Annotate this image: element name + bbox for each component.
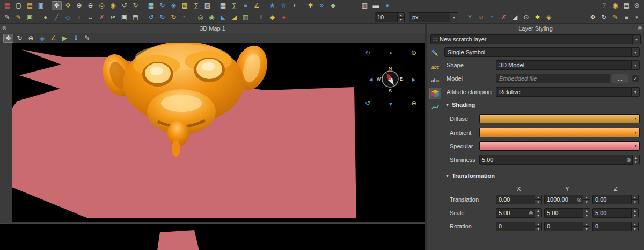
- zoom-last-icon[interactable]: ↺: [119, 1, 129, 10]
- move-left-icon[interactable]: ◀: [366, 75, 376, 84]
- spin-down-icon[interactable]: ▾: [583, 199, 590, 204]
- toggle-editing-icon[interactable]: ✎: [13, 13, 24, 22]
- spin-down-icon[interactable]: ▾: [535, 199, 541, 204]
- python-console-icon[interactable]: »: [317, 1, 327, 10]
- model-file-input[interactable]: Embedded file: [496, 74, 610, 83]
- tab-history[interactable]: [429, 101, 441, 113]
- tab-symbology[interactable]: [429, 47, 441, 59]
- play-animation-icon[interactable]: ▶: [60, 34, 70, 43]
- vertex-tool-icon[interactable]: +: [74, 13, 84, 22]
- spin-down-icon[interactable]: ▾: [632, 199, 638, 204]
- spin-down-icon[interactable]: ▾: [583, 226, 590, 231]
- ambient-color-button[interactable]: ▾: [479, 128, 640, 137]
- plugin-manager-icon[interactable]: ◆: [328, 1, 338, 10]
- camera-pan-icon[interactable]: ✥: [3, 34, 13, 43]
- specular-color-button[interactable]: ▾: [479, 141, 640, 151]
- map3d-canvas[interactable]: ↻ ▲ ⊕ N S W E ◀ ▶ ↺ ▼ ⊖: [12, 43, 425, 222]
- new-bookmark-icon[interactable]: ★: [267, 1, 277, 10]
- shininess-spinbox[interactable]: 5.00 ⊗ ▴ ▾: [479, 155, 640, 165]
- digitize-with-curve-icon[interactable]: ●: [279, 13, 289, 22]
- spin-up-icon[interactable]: ▴: [632, 195, 638, 199]
- rotate-label-icon[interactable]: ↻: [599, 13, 609, 22]
- current-edits-icon[interactable]: ✎: [2, 13, 12, 22]
- scale-y-spinbox[interactable]: 5.00 ⊗ ▴ ▾: [544, 208, 590, 218]
- message-log-icon[interactable]: ▤: [621, 1, 632, 10]
- rotate-feature-icon[interactable]: ↻: [169, 13, 179, 22]
- spin-up-icon[interactable]: ▴: [633, 155, 639, 160]
- change-label-icon[interactable]: ✎: [610, 13, 620, 22]
- digitize-point-icon[interactable]: ●: [40, 13, 50, 22]
- copy-features-icon[interactable]: ▣: [119, 13, 129, 22]
- transformation-group-header[interactable]: ▼ Transformation: [445, 173, 495, 179]
- save-layer-edits-icon[interactable]: ▣: [25, 13, 35, 22]
- add-ring-icon[interactable]: ◎: [195, 13, 206, 22]
- shape-select[interactable]: 3D Model ▾: [496, 60, 640, 70]
- new-3d-map-view-icon[interactable]: ▦: [146, 1, 156, 10]
- spin-down-icon[interactable]: ▾: [633, 160, 639, 165]
- open-project-icon[interactable]: ▤: [25, 1, 35, 10]
- spin-up-icon[interactable]: ▴: [535, 209, 541, 213]
- open-data-source-icon[interactable]: ▦: [2, 1, 12, 10]
- simplify-feature-icon[interactable]: ≈: [180, 13, 190, 22]
- spin-down-icon[interactable]: ▾: [583, 213, 590, 218]
- spin-down-icon[interactable]: ▾: [535, 213, 541, 218]
- spin-up-icon[interactable]: ▴: [632, 209, 638, 213]
- diffuse-color-button[interactable]: ▾: [479, 114, 640, 123]
- spin-up-icon[interactable]: ▴: [583, 222, 590, 226]
- move-down-icon[interactable]: ▼: [386, 100, 396, 109]
- translation-z-spinbox[interactable]: 0.00 ⊗ ▴ ▾: [592, 195, 639, 204]
- statistical-summary-icon[interactable]: ≡: [240, 1, 251, 10]
- new-project-icon[interactable]: ▢: [13, 1, 24, 10]
- digitize-polygon-icon[interactable]: ◇: [63, 13, 73, 22]
- digitize-line-icon[interactable]: ╱: [52, 13, 62, 22]
- tab-3d-view[interactable]: [429, 88, 441, 99]
- altitude-clamping-select[interactable]: Relative ▾: [496, 87, 640, 97]
- pan-map-icon[interactable]: ✥: [52, 1, 62, 10]
- delete-selected-icon[interactable]: ✗: [97, 13, 107, 22]
- help-icon[interactable]: ?: [599, 1, 609, 10]
- style-manager-icon[interactable]: ▥: [360, 1, 370, 10]
- spin-up-icon[interactable]: ▴: [583, 209, 590, 213]
- rotation-z-spinbox[interactable]: 0 ⊗ ▴ ▾: [592, 222, 639, 231]
- spin-up-icon[interactable]: ▴: [632, 222, 638, 226]
- user-profile-icon[interactable]: ◉: [610, 1, 620, 10]
- reshape-features-icon[interactable]: ◣: [218, 13, 228, 22]
- layer-select[interactable]: ∷ New scratch layer ▾: [430, 34, 641, 44]
- identify-icon[interactable]: ◈: [37, 34, 47, 43]
- save-as-image-icon[interactable]: ⇓: [71, 34, 81, 43]
- shading-group-header[interactable]: ▼ Shading: [445, 102, 475, 108]
- stroke-unit-select[interactable]: px ▾: [409, 12, 458, 22]
- embed-model-checkbox[interactable]: ✓: [632, 75, 639, 82]
- add-part-icon[interactable]: ◉: [207, 13, 217, 22]
- layout-manager-icon[interactable]: ▬: [371, 1, 381, 10]
- spin-up-icon[interactable]: ▴: [583, 195, 590, 199]
- redo-icon[interactable]: ↻: [157, 13, 167, 22]
- spin-up-icon[interactable]: ▴: [535, 195, 541, 199]
- tab-callouts[interactable]: abc: [429, 74, 441, 86]
- zoom-out-icon[interactable]: ⊖: [85, 1, 96, 10]
- move-feature-icon[interactable]: ↔: [85, 13, 96, 22]
- zoom-to-selection-icon[interactable]: ◉: [108, 1, 118, 10]
- translation-y-spinbox[interactable]: 1000.00 ⊗ ▴ ▾: [544, 195, 590, 204]
- zoom-in-icon[interactable]: ⊕: [74, 1, 84, 10]
- tab-labels[interactable]: abc: [429, 61, 441, 73]
- marker-annotation-icon[interactable]: ◆: [267, 13, 277, 22]
- clear-icon[interactable]: ⊗: [576, 196, 583, 203]
- merge-features-icon[interactable]: ▥: [240, 13, 251, 22]
- spin-down-icon[interactable]: ▾: [398, 17, 404, 22]
- zoom-to-feature-icon[interactable]: ⊙: [521, 13, 531, 22]
- zoom-in-icon[interactable]: ⊕: [409, 48, 419, 57]
- compass[interactable]: N S W E: [375, 64, 405, 94]
- scale-x-spinbox[interactable]: 5.00 ⊗ ▴ ▾: [496, 208, 542, 218]
- spin-down-icon[interactable]: ▾: [632, 226, 638, 231]
- spin-up-icon[interactable]: ▴: [398, 13, 404, 17]
- styling-dock-close-icon[interactable]: ⊗: [635, 25, 644, 32]
- move-label-icon[interactable]: ✥: [588, 13, 598, 22]
- zoom-full-icon[interactable]: ◎: [97, 1, 107, 10]
- rotation-y-spinbox[interactable]: 0 ⊗ ▴ ▾: [544, 222, 590, 231]
- rotation-x-spinbox[interactable]: 0 ⊗ ▴ ▾: [496, 222, 542, 231]
- translation-x-spinbox[interactable]: 0.00 ⊗ ▴ ▾: [496, 195, 542, 204]
- split-features-icon[interactable]: ◢: [229, 13, 239, 22]
- tilt-up-icon[interactable]: ↻: [363, 48, 372, 57]
- measure-line-icon[interactable]: ∠: [252, 1, 262, 10]
